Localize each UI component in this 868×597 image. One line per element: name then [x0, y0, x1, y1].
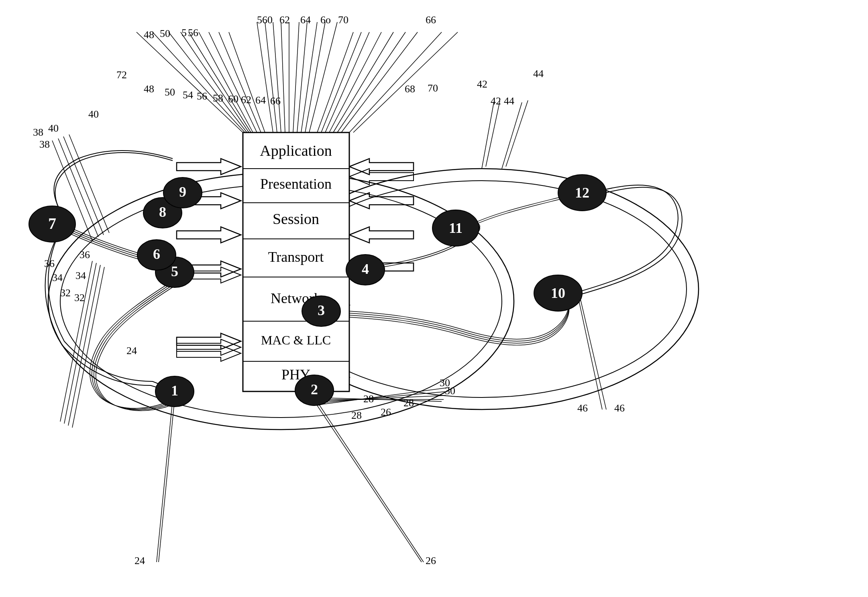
label-54-m: 54: [183, 89, 193, 101]
label-44-rm: 44: [504, 95, 514, 107]
session-label: Session: [273, 210, 319, 227]
mac-label: MAC & LLC: [261, 333, 331, 347]
node-3-label: 3: [318, 302, 325, 318]
label-60-m: 60: [228, 93, 238, 105]
node-4-label: 4: [362, 261, 369, 277]
label-42-r: 42: [477, 78, 487, 90]
label-66-tr: 66: [426, 14, 436, 26]
label-48-t: 48: [144, 29, 154, 41]
node-12-label: 12: [575, 185, 589, 201]
label-40-lm: 40: [88, 108, 99, 120]
label-28c: 28: [363, 393, 374, 405]
label-30b: 30: [440, 377, 450, 389]
transport-label: Transport: [268, 249, 324, 265]
label-26-bot: 26: [426, 555, 436, 566]
label-28b: 28: [403, 397, 414, 409]
label-68-m: 68: [405, 83, 415, 95]
label-56-t: 56: [188, 27, 198, 39]
label-38-l: 38: [33, 126, 43, 138]
label-24-top: 24: [126, 345, 137, 357]
label-38-lm: 38: [39, 139, 50, 150]
node-6-label: 6: [153, 246, 160, 262]
label-6o-t: 6o: [320, 14, 331, 26]
label-50-m: 50: [165, 86, 175, 98]
label-34-llm: 34: [75, 270, 86, 281]
node-11-label: 11: [449, 220, 463, 236]
label-32-ll: 32: [60, 287, 71, 299]
label-46b: 46: [614, 402, 625, 414]
label-42-rm: 42: [491, 95, 501, 107]
label-64-t: 64: [300, 14, 311, 26]
label-32-llm: 32: [74, 292, 85, 304]
label-5t: 5: [181, 27, 187, 39]
label-46a: 46: [577, 402, 588, 414]
diagram-svg: Application Presentation Session Transpo…: [0, 0, 868, 597]
label-70-m: 70: [428, 82, 438, 94]
label-50-t: 50: [160, 28, 170, 39]
node-8-label: 8: [159, 204, 166, 220]
application-label: Application: [260, 142, 332, 159]
label-70-t: 70: [338, 14, 348, 26]
label-26-mid: 26: [381, 406, 391, 418]
label-560-t: 560: [257, 14, 273, 26]
label-48-m: 48: [144, 83, 154, 95]
label-36-ll: 36: [44, 258, 55, 269]
label-72-tl: 72: [116, 69, 127, 81]
node-2-label: 2: [311, 381, 318, 397]
label-44-r: 44: [533, 68, 544, 79]
node-1-label: 1: [171, 383, 178, 399]
label-40-l: 40: [48, 122, 59, 134]
label-58-m: 58: [213, 92, 223, 104]
node-7-label: 7: [48, 214, 56, 232]
label-24-bot: 24: [134, 555, 145, 566]
label-64-m: 64: [255, 94, 266, 106]
label-34-ll: 34: [52, 272, 63, 283]
label-66-m: 66: [270, 95, 281, 107]
label-62-m: 62: [241, 94, 251, 106]
node-5-label: 5: [171, 263, 178, 279]
label-62-t: 62: [279, 14, 290, 26]
label-28a: 28: [351, 410, 362, 421]
label-36-llm: 36: [79, 249, 90, 261]
presentation-label: Presentation: [260, 176, 332, 192]
label-56-m: 56: [197, 90, 207, 102]
node-10-label: 10: [551, 285, 565, 301]
node-9-label: 9: [179, 184, 186, 200]
